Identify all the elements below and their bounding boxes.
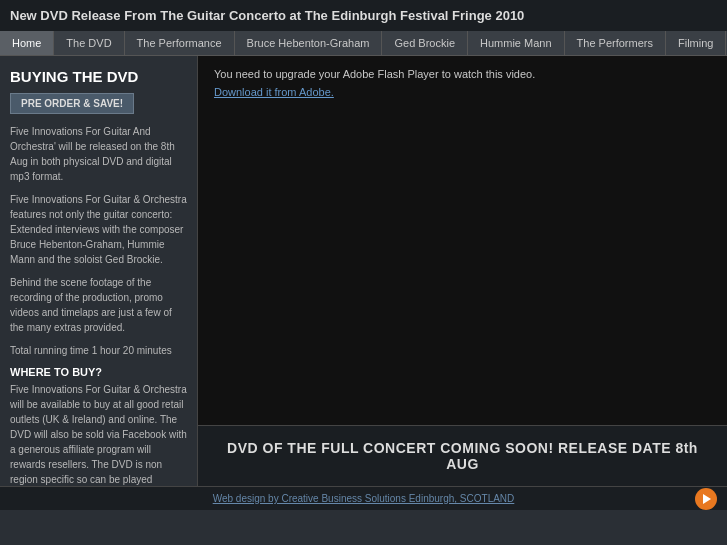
sidebar-paragraph-2: Five Innovations For Guitar & Orchestra …	[10, 192, 187, 267]
nav-item-home[interactable]: Home	[0, 31, 54, 55]
dvd-banner-text: DVD OF THE FULL CONCERT COMING SOON! REL…	[227, 440, 698, 472]
sidebar: BUYING THE DVD PRE ORDER & SAVE! Five In…	[0, 56, 198, 486]
page-title: New DVD Release From The Guitar Concerto…	[10, 8, 524, 23]
nav-item-the-performance[interactable]: The Performance	[125, 31, 235, 55]
pre-order-button[interactable]: PRE ORDER & SAVE!	[10, 93, 134, 114]
sidebar-paragraph-3: Behind the scene footage of the recordin…	[10, 275, 187, 335]
sidebar-paragraph-5: Five Innovations For Guitar & Orchestra …	[10, 382, 187, 486]
nav-item-filming[interactable]: Filming	[666, 31, 726, 55]
download-flash-link[interactable]: Download it from Adobe.	[214, 86, 711, 98]
play-button[interactable]	[695, 488, 717, 510]
nav-item-bruce-hebenton-graham[interactable]: Bruce Hebenton-Graham	[235, 31, 383, 55]
nav-item-ged-brockie[interactable]: Ged Brockie	[382, 31, 468, 55]
nav-item-the-performers[interactable]: The Performers	[565, 31, 666, 55]
nav-item-the-dvd[interactable]: The DVD	[54, 31, 124, 55]
nav-bar: HomeThe DVDThe PerformanceBruce Hebenton…	[0, 31, 727, 56]
sidebar-runtime: Total running time 1 hour 20 minutes	[10, 343, 187, 358]
title-bar: New DVD Release From The Guitar Concerto…	[0, 0, 727, 31]
footer-credit-link[interactable]: Web design by Creative Business Solution…	[213, 493, 515, 504]
sidebar-heading: BUYING THE DVD	[10, 68, 187, 85]
right-content: You need to upgrade your Adobe Flash Pla…	[198, 56, 727, 486]
sidebar-paragraph-1: Five Innovations For Guitar And Orchestr…	[10, 124, 187, 184]
nav-item-hummie-mann[interactable]: Hummie Mann	[468, 31, 565, 55]
where-to-buy-heading: WHERE TO BUY?	[10, 366, 187, 378]
footer: Web design by Creative Business Solution…	[0, 486, 727, 510]
dvd-banner: DVD OF THE FULL CONCERT COMING SOON! REL…	[198, 425, 727, 486]
main-content: BUYING THE DVD PRE ORDER & SAVE! Five In…	[0, 56, 727, 486]
flash-upgrade-message: You need to upgrade your Adobe Flash Pla…	[214, 68, 711, 80]
video-area: You need to upgrade your Adobe Flash Pla…	[198, 56, 727, 425]
